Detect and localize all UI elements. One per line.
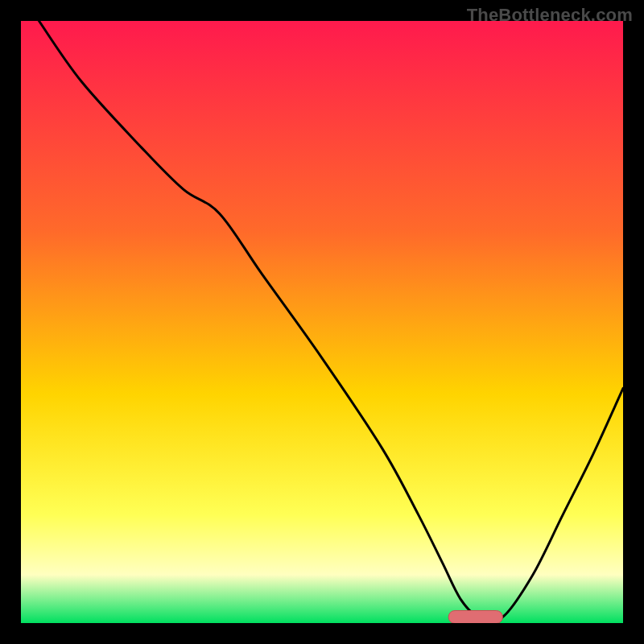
chart-frame: TheBottleneck.com [0, 0, 644, 644]
plot-svg [21, 21, 623, 623]
gradient-background [21, 21, 623, 623]
plot-area [21, 21, 623, 623]
optimal-marker [448, 611, 502, 624]
